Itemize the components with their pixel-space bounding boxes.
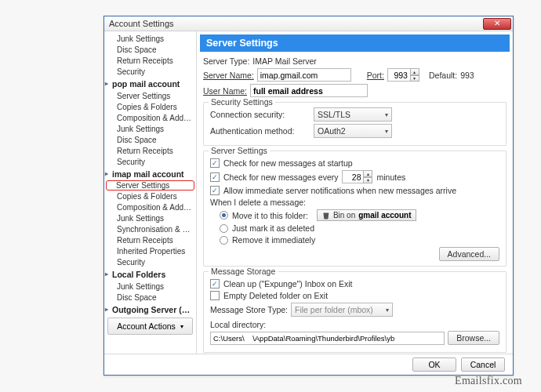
sidebar-item[interactable]: Return Receipts [104,55,196,66]
server-group-title: Server Settings [209,146,270,155]
connection-security-value: SSL/TLS [318,110,350,119]
cancel-button[interactable]: Cancel [461,358,505,372]
minutes-input[interactable] [342,170,364,183]
checkbox-icon [210,279,220,289]
mark-deleted-radio[interactable]: Just mark it as deleted [220,223,499,233]
sidebar-item[interactable]: Copies & Folders [104,191,196,201]
radio-icon [220,211,228,220]
store-type-combo[interactable]: File per folder (mbox)▾ [291,303,393,317]
default-port-label: Default: [429,71,457,80]
panel-title: Server Settings [200,34,510,52]
remove-immediately-radio[interactable]: Remove it immediately [220,235,499,245]
empty-deleted-label: Empty Deleted folder on Exit [223,291,328,300]
account-actions-label: Account Actions [117,321,176,331]
local-dir-input[interactable] [210,332,445,345]
store-type-label: Message Store Type: [210,305,288,314]
auth-method-combo[interactable]: OAuth2▾ [314,124,392,138]
chevron-down-icon: ▾ [385,128,388,135]
sidebar-item[interactable]: Junk Settings [104,123,196,134]
empty-deleted-option[interactable]: Empty Deleted folder on Exit [210,291,499,300]
store-type-value: File per folder (mbox) [295,305,373,314]
bin-folder-button[interactable]: Bin on gmail account [317,209,417,221]
account-tree: Junk SettingsDisc SpaceReturn ReceiptsSe… [104,31,197,354]
account-node[interactable]: Local Folders [104,267,196,281]
settings-panel: Server Settings Server Type: IMAP Mail S… [197,31,513,354]
connection-security-combo[interactable]: SSL/TLS▾ [314,107,392,122]
account-node[interactable]: pop mail account [104,77,196,90]
sidebar-item[interactable]: Inherited Properties [104,245,196,256]
sidebar-item[interactable]: Return Receipts [104,234,196,245]
window-title: Account Settings [109,19,174,28]
security-group-title: Security Settings [209,97,275,107]
sidebar-item[interactable]: Junk Settings [104,33,196,44]
check-every-label-pre: Check for new messages every [223,172,338,182]
move-to-folder-radio[interactable]: Move it to this folder: Bin on gmail acc… [220,209,499,221]
sidebar-item[interactable]: Security [104,256,196,267]
sidebar-item[interactable]: Junk Settings [104,212,196,223]
checkbox-icon [210,186,220,195]
chevron-down-icon: ▾ [386,307,389,314]
bin-account-label: gmail account [358,211,411,220]
port-down-icon[interactable]: ▾ [410,75,419,82]
sidebar-item[interactable]: Server Settings [104,90,196,101]
server-name-input[interactable] [257,68,351,82]
dialog-footer: OK Cancel [104,354,513,375]
auth-method-value: OAuth2 [318,126,346,136]
close-button[interactable]: ✕ [483,18,511,30]
sidebar-item[interactable]: Synchronisation & Stora... [104,223,196,234]
auth-method-label: Authentication method: [210,126,310,136]
check-startup-option[interactable]: Check for new messages at startup [210,158,499,168]
account-node[interactable]: imap mail account [104,167,196,180]
port-stepper[interactable]: ▴▾ [387,68,419,82]
move-to-folder-label: Move it to this folder: [232,211,308,220]
checkbox-icon [210,158,220,168]
advanced-button[interactable]: Advanced... [439,247,499,261]
check-startup-label: Check for new messages at startup [223,158,353,168]
sidebar-item[interactable]: Junk Settings [104,281,196,292]
remove-immediately-label: Remove it immediately [232,235,315,245]
clean-up-option[interactable]: Clean up ("Expunge") Inbox on Exit [210,279,499,289]
minutes-up-icon[interactable]: ▴ [363,170,372,177]
radio-icon [220,236,228,245]
check-every-label-post: minutes [376,172,405,182]
port-up-icon[interactable]: ▴ [410,68,419,75]
sidebar-item[interactable]: Disc Space [104,134,196,145]
check-every-option[interactable]: Check for new messages every ▴▾ minutes [210,170,499,183]
sidebar-item[interactable]: Security [104,156,196,167]
sidebar-item[interactable]: Security [104,66,196,77]
server-settings-group: Server Settings Check for new messages a… [203,151,507,267]
server-type-label: Server Type: [203,56,249,66]
sidebar-item[interactable]: Disc Space [104,292,196,303]
sidebar-item[interactable]: Return Receipts [104,145,196,156]
checkbox-icon [210,172,220,182]
titlebar: Account Settings ✕ [104,16,513,31]
user-name-input[interactable] [250,84,368,97]
minutes-stepper[interactable]: ▴▾ [342,170,372,183]
bin-on-label: Bin on [333,211,355,220]
server-name-label: Server Name: [203,71,254,80]
ok-button[interactable]: OK [412,358,456,372]
sidebar-item[interactable]: Composition & Address... [104,112,196,123]
watermark: Emailsfix.com [455,375,522,387]
sidebar-item[interactable]: Disc Space [104,44,196,55]
security-settings-group: Security Settings Connection security: S… [203,102,507,146]
user-name-label: User Name: [203,86,247,96]
port-input[interactable] [387,68,411,82]
sidebar-item[interactable]: Server Settings [106,180,194,191]
radio-icon [220,224,228,233]
allow-notifications-option[interactable]: Allow immediate server notifications whe… [210,186,499,195]
allow-notifications-label: Allow immediate server notifications whe… [223,186,456,195]
sidebar-item[interactable]: Copies & Folders [104,101,196,112]
clean-up-label: Clean up ("Expunge") Inbox on Exit [223,279,352,289]
minutes-down-icon[interactable]: ▾ [363,177,372,184]
chevron-down-icon: ▾ [180,323,183,330]
storage-group-title: Message Storage [209,267,278,276]
port-label: Port: [367,71,384,80]
account-node[interactable]: Outgoing Server (S... [104,303,196,316]
account-actions-button[interactable]: Account Actions ▾ [107,318,193,335]
chevron-down-icon: ▾ [385,111,388,118]
browse-button[interactable]: Browse... [448,331,499,345]
local-dir-label: Local directory: [210,320,499,329]
server-type-value: IMAP Mail Server [252,56,317,66]
sidebar-item[interactable]: Composition & Address... [104,201,196,212]
